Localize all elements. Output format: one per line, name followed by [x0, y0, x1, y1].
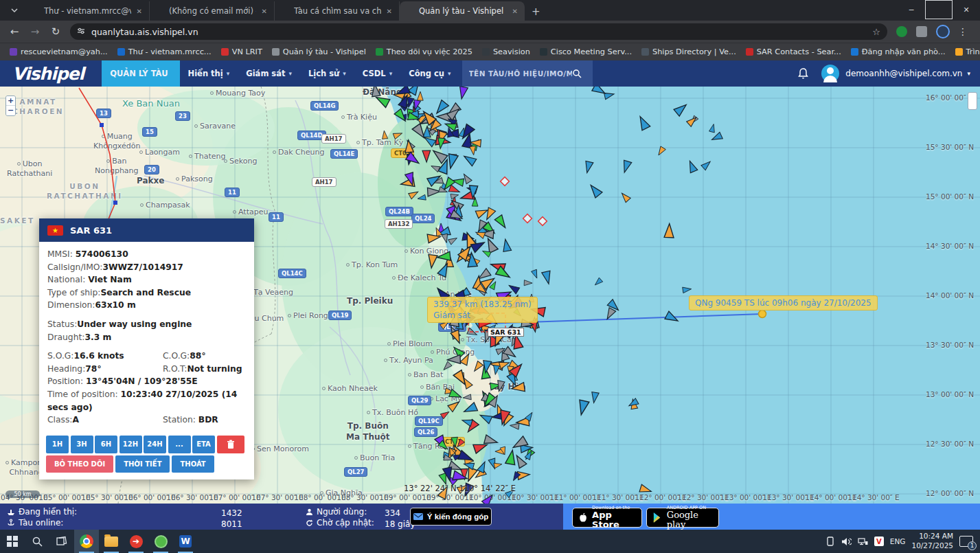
bookmarks-bar: rescuevietnam@yah... Thư - vietnam.mrcc.… [0, 43, 980, 60]
browser-tab[interactable]: Quản lý tàu - Vishipel ✕ [400, 1, 525, 21]
field-value: Not turning [187, 364, 242, 374]
taskbar-word-icon[interactable]: W [173, 530, 198, 553]
browser-tab[interactable]: (Không có email mới) - rescuev ✕ [150, 1, 275, 21]
bookmark-item[interactable]: Thư - vietnam.mrcc... [117, 47, 212, 56]
taskbar-red-app-icon[interactable]: ➔ [124, 530, 148, 553]
bookmark-item[interactable]: Ships Directory | Ve... [641, 47, 736, 56]
bookmark-label: Theo dõi vụ việc 2025 [387, 47, 472, 56]
tab-close-icon[interactable]: ✕ [385, 8, 394, 15]
browser-profile-avatar[interactable] [936, 25, 950, 38]
bookmark-item[interactable]: Đăng nhập văn phò... [851, 47, 946, 56]
user-email[interactable]: demoanhh@vishipel.com.vn [845, 69, 962, 78]
notification-bell-icon[interactable] [797, 67, 809, 80]
field-value: 16.6 knots [73, 351, 124, 361]
field-label: C.O.G: [163, 351, 190, 361]
nav-menu-item[interactable]: Giám sát ▾ [238, 60, 300, 87]
tray-device-icon[interactable] [825, 537, 835, 546]
tab-favicon [405, 6, 415, 16]
browser-address-bar: ← → ↻ quanlytau.ais.vishipel.vn ☆ ⋮ [0, 21, 980, 43]
nav-menu-item[interactable]: CSDL ▾ [354, 60, 400, 87]
track-history-button[interactable]: 6H [95, 436, 117, 453]
nav-menu-item[interactable]: Hiển thị ▾ [180, 60, 238, 87]
taskbar-clock[interactable]: 10:24 AM 10/27/2025 [911, 532, 953, 550]
nav-menu-item[interactable]: Công cụ ▾ [400, 60, 459, 87]
tab-title: Tàu cá chìm sau va chạm tại vùn [294, 6, 381, 16]
vessel-search-box[interactable] [462, 60, 593, 87]
monitor-link[interactable]: Giám sát [433, 310, 532, 321]
track-history-button[interactable]: ... [168, 436, 191, 453]
app-store-badge[interactable]: Download on theApp Store [572, 508, 642, 528]
nav-menu-item[interactable]: QUẢN LÝ TÀU [102, 60, 179, 87]
anchor-icon [7, 519, 15, 527]
tray-network-icon[interactable] [858, 537, 868, 546]
vessel-field-row: Type of ship:Search and Rescue [47, 286, 246, 300]
popup-header[interactable]: ★ SAR 631 [39, 218, 254, 242]
bookmark-favicon [376, 48, 383, 56]
taskbar-explorer-icon[interactable] [99, 530, 124, 553]
track-history-button[interactable]: 12H [119, 436, 142, 453]
close-button[interactable]: ✕ [953, 0, 980, 19]
vessel-field-row: Heading:78° R.O.T:Not turning [47, 363, 246, 376]
bookmark-label: SAR Contacts - Sear... [757, 47, 841, 56]
bookmark-item[interactable]: Trình chiếu hàng ng... [955, 47, 980, 56]
back-icon[interactable]: ← [4, 25, 25, 38]
field-value: 574006130 [76, 249, 128, 259]
field-label: Draught: [47, 332, 84, 342]
taskbar-search-icon[interactable] [25, 530, 49, 553]
google-play-badge[interactable]: ANDROID APP ONGoogle play [646, 508, 719, 528]
map-layers-control[interactable] [968, 92, 977, 110]
bookmark-label: Trình chiếu hàng ng... [966, 47, 980, 56]
tray-v-app-icon[interactable]: V [874, 537, 884, 546]
popup-action-button[interactable]: BỎ THEO DÕI [46, 455, 113, 473]
browser-tab[interactable]: Tàu cá chìm sau va chạm tại vùn ✕ [275, 1, 400, 21]
popup-action-button[interactable]: THOÁT [172, 455, 214, 473]
nav-menu-item[interactable]: Lịch sử ▾ [300, 60, 354, 87]
reload-icon[interactable]: ↻ [45, 25, 66, 38]
site-settings-icon[interactable] [77, 27, 85, 37]
track-history-button[interactable]: ETA [192, 436, 215, 453]
tab-search-icon[interactable] [5, 3, 23, 18]
track-history-button[interactable]: 24H [144, 436, 166, 453]
zoom-in-button[interactable]: + [6, 96, 15, 106]
url-bar[interactable]: quanlytau.ais.vishipel.vn ☆ [70, 23, 887, 40]
tab-close-icon[interactable]: ✕ [511, 8, 519, 15]
user-menu-chevron-icon[interactable]: ▾ [967, 70, 970, 77]
taskbar-chrome-icon[interactable] [74, 530, 99, 553]
vishipel-logo[interactable]: Vishipel [12, 64, 84, 84]
delete-track-button[interactable] [217, 436, 244, 453]
track-history-button[interactable]: 3H [71, 436, 93, 453]
online-stat: Tàu online: [7, 518, 63, 528]
language-indicator[interactable]: ENG [890, 537, 906, 545]
bookmark-item[interactable]: SAR Contacts - Sear... [746, 47, 841, 56]
extensions-puzzle-icon[interactable] [916, 26, 927, 37]
minimize-button[interactable]: ─ [898, 0, 925, 19]
taskbar-green-app-icon[interactable] [148, 530, 173, 553]
maximize-button[interactable] [925, 0, 953, 19]
ship-name-label[interactable]: SAR 631 [488, 328, 524, 337]
bookmark-item[interactable]: Quản lý tàu - Vishipel [272, 47, 366, 56]
tab-close-icon[interactable]: ✕ [135, 8, 144, 15]
forward-icon[interactable]: → [25, 25, 45, 38]
tab-close-icon[interactable]: ✕ [260, 8, 269, 15]
bookmark-star-icon[interactable]: ☆ [872, 27, 880, 37]
popup-action-button[interactable]: THỜI TIẾT [115, 455, 170, 473]
bookmark-item[interactable]: VN LRIT [221, 47, 262, 56]
task-view-icon[interactable] [49, 530, 74, 553]
search-icon[interactable] [572, 69, 582, 78]
extension-icon-green[interactable] [896, 26, 907, 37]
browser-menu-icon[interactable]: ⋮ [958, 26, 968, 37]
bookmark-item[interactable]: rescuevietnam@yah... [10, 47, 108, 56]
vessel-search-input[interactable] [469, 69, 572, 78]
bookmark-item[interactable]: Seavision [482, 47, 530, 56]
zoom-out-button[interactable]: − [6, 106, 15, 115]
tray-volume-icon[interactable] [841, 537, 852, 546]
browser-tab[interactable]: Thư - vietnam.mrcc@vinamarin ✕ [25, 1, 150, 21]
notification-center-icon[interactable]: 1 [959, 536, 973, 547]
start-button[interactable] [0, 530, 25, 553]
feedback-button[interactable]: Ý kiến đóng góp [410, 508, 492, 526]
bookmark-item[interactable]: Cisco Meeting Serv... [540, 47, 632, 56]
bookmark-item[interactable]: Theo dõi vụ việc 2025 [376, 47, 472, 56]
new-tab-button[interactable]: + [532, 5, 540, 18]
user-avatar[interactable] [821, 65, 839, 82]
track-history-button[interactable]: 1H [46, 436, 69, 453]
